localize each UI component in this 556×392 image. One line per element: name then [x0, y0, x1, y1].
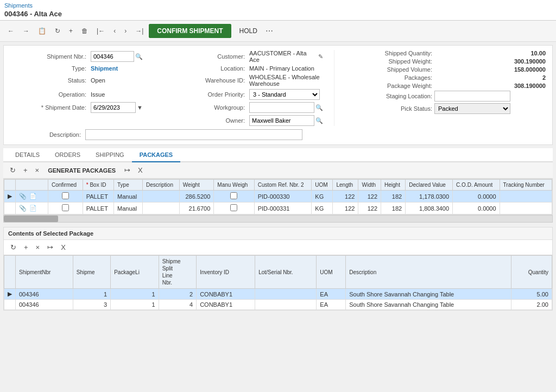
col-type[interactable]: Type [114, 180, 143, 191]
width-cell: 122 [358, 203, 381, 214]
contents-remove-button[interactable]: × [34, 242, 42, 252]
owner-input[interactable] [249, 115, 314, 126]
tab-packages[interactable]: PACKAGES [132, 148, 181, 162]
col-length[interactable]: Length [333, 180, 358, 191]
prev-button[interactable]: ‹ [110, 25, 119, 37]
tabs-bar: DETAILS ORDERS SHIPPING PACKAGES [3, 148, 553, 162]
location-value: MAIN - Primary Location [249, 65, 323, 72]
undo-button[interactable]: ↻ [52, 25, 64, 37]
refresh-button[interactable]: ↻ [8, 165, 18, 175]
workgroup-label: Workgroup: [147, 104, 245, 111]
manu-weigh-checkbox[interactable] [230, 192, 237, 199]
manu-weigh-checkbox[interactable] [230, 204, 237, 211]
toolbar: ← → 📋 ↻ + 🗑 |← ‹ › →| CONFIRM SHIPMENT H… [0, 21, 556, 42]
weight-cell: 286.5200 [179, 191, 213, 203]
staging-location-row: Staging Location: [345, 91, 546, 102]
add-row-button[interactable]: + [21, 165, 30, 175]
generate-packages-button[interactable]: GENERATE PACKAGES [45, 166, 119, 175]
manu-weigh-cell[interactable] [214, 191, 254, 203]
attachment-icon[interactable]: 📎 [19, 205, 27, 211]
shipment-date-input[interactable] [91, 102, 136, 113]
back-button[interactable]: ← [4, 25, 17, 37]
right-panel: Shipped Quantity: 10.00 Shipped Weight: … [334, 50, 546, 126]
add-button[interactable]: + [66, 25, 76, 37]
first-button[interactable]: |← [93, 25, 108, 37]
packages-table-container: Confirmed * Box ID Type Description Weig… [3, 179, 553, 215]
col-tracking[interactable]: Tracking Number [500, 180, 552, 191]
manu-weigh-cell[interactable] [214, 203, 254, 214]
attachment-icon[interactable]: 📎 [19, 193, 27, 199]
more-options[interactable]: ⋯ [266, 27, 273, 35]
col-manu-weigh[interactable]: Manu Weigh [214, 180, 254, 191]
shipment-nbr-input[interactable] [91, 51, 134, 62]
delete-button[interactable]: 🗑 [78, 25, 91, 37]
col-uom[interactable]: UOM [312, 180, 333, 191]
contents-col-lot-serial[interactable]: Lot/Serial Nbr. [255, 256, 317, 289]
notes-icon[interactable]: 📄 [29, 193, 37, 199]
export-button[interactable]: X [136, 165, 145, 175]
remove-row-button[interactable]: × [33, 165, 42, 175]
date-picker-icon[interactable]: ▼ [137, 104, 143, 111]
contents-refresh-button[interactable]: ↻ [8, 242, 18, 252]
copy-button[interactable]: 📋 [35, 25, 49, 37]
uom-cell: KG [312, 191, 333, 203]
col-width[interactable]: Width [358, 180, 381, 191]
confirm-shipment-button[interactable]: CONFIRM SHIPMENT [149, 24, 231, 38]
workgroup-search-icon[interactable]: 🔍 [315, 104, 323, 111]
shipment-nbr-search-icon[interactable]: 🔍 [135, 53, 143, 60]
contents-add-button[interactable]: + [22, 242, 30, 252]
warehouse-id-value: WHOLESALE - Wholesale Warehouse [249, 74, 323, 87]
declared-value-cell: 1,178.0300 [406, 191, 453, 203]
col-declared-value[interactable]: Declared Value [406, 180, 453, 191]
tab-shipping[interactable]: SHIPPING [88, 148, 132, 162]
contents-col-description[interactable]: Description [346, 256, 511, 289]
staging-location-input[interactable] [434, 91, 510, 102]
height-cell: 182 [381, 191, 406, 203]
contents-table-row[interactable]: 004346 3 1 4 CONBABY1 EA South Shore Sav… [4, 300, 552, 310]
breadcrumb[interactable]: Shipments [4, 2, 552, 9]
contents-col-shipme[interactable]: Shipme [73, 256, 110, 289]
col-confirmed[interactable]: Confirmed [48, 180, 83, 191]
col-description[interactable]: Description [142, 180, 179, 191]
col-cod-amount[interactable]: C.O.D. Amount [453, 180, 500, 191]
col-height[interactable]: Height [381, 180, 406, 191]
col-custom-ref[interactable]: Custom Ref. Nbr. 2 [254, 180, 312, 191]
contents-fit-button[interactable]: ↦ [45, 242, 55, 252]
confirmed-checkbox[interactable] [62, 192, 69, 199]
hold-button[interactable]: HOLD [233, 24, 263, 38]
workgroup-input[interactable] [249, 102, 314, 113]
col-weight[interactable]: Weight [179, 180, 213, 191]
contents-col-package-li[interactable]: PackageLi [111, 256, 159, 289]
packages-label: Packages: [345, 74, 432, 81]
order-priority-select[interactable]: 3 - Standard [249, 89, 320, 100]
status-value: Open [91, 77, 143, 84]
tab-orders[interactable]: ORDERS [47, 148, 88, 162]
confirmed-cell[interactable] [48, 191, 83, 203]
contents-table-row[interactable]: ▶ 004346 1 1 2 CONBABY1 EA South Shore S… [4, 289, 552, 300]
description-row: Description: [10, 129, 546, 140]
packages-table-row[interactable]: ▶ 📎 📄 PALLET Manual 286.5200 PID-000330 … [4, 191, 552, 203]
scroll-thumb[interactable] [4, 216, 58, 222]
tab-details[interactable]: DETAILS [8, 148, 47, 162]
notes-icon[interactable]: 📄 [29, 205, 37, 211]
next-button[interactable]: › [121, 25, 130, 37]
pick-status-select[interactable]: Packed [434, 103, 510, 114]
col-box-id[interactable]: * Box ID [83, 180, 113, 191]
contents-export-button[interactable]: X [59, 242, 68, 252]
owner-search-icon[interactable]: 🔍 [315, 117, 323, 124]
contents-col-quantity[interactable]: Quantity [511, 256, 552, 289]
contents-col-shipment-nbr[interactable]: ShipmentNbr [16, 256, 73, 289]
last-button[interactable]: →| [132, 25, 147, 37]
contents-col-uom[interactable]: UOM [317, 256, 346, 289]
packages-table: Confirmed * Box ID Type Description Weig… [4, 179, 552, 214]
description-input[interactable] [85, 129, 302, 140]
confirmed-cell[interactable] [48, 203, 83, 214]
packages-table-row[interactable]: 📎 📄 PALLET Manual 21.6700 PID-000331 KG … [4, 203, 552, 214]
forward-button[interactable]: → [20, 25, 33, 37]
customer-edit-icon[interactable]: ✎ [318, 53, 323, 60]
fit-columns-button[interactable]: ↦ [122, 165, 132, 175]
contents-col-split-line[interactable]: ShipmeSplitLineNbr. [159, 256, 196, 289]
confirmed-checkbox[interactable] [62, 204, 69, 211]
horizontal-scrollbar[interactable] [3, 215, 553, 223]
contents-col-inventory-id[interactable]: Inventory ID [197, 256, 255, 289]
